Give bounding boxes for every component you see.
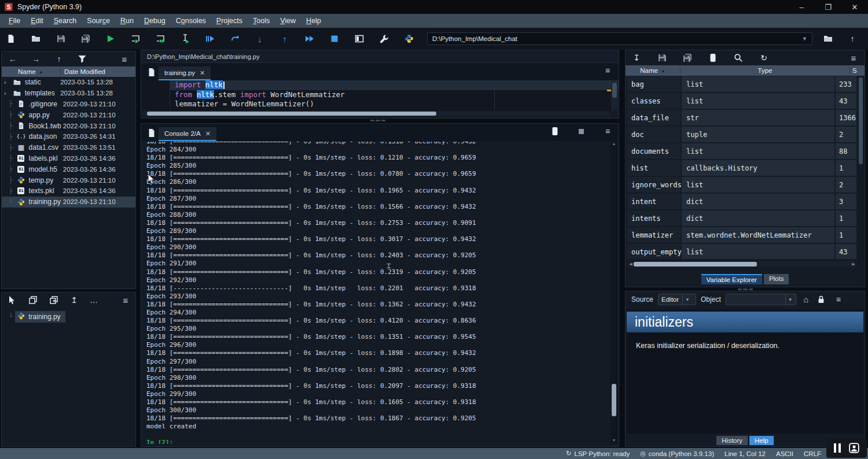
browse-directory-icon[interactable] (823, 34, 833, 44)
file-row-templates[interactable]: ›templates2023-03-15 13:28 (2, 88, 135, 99)
save-data-icon[interactable] (657, 53, 667, 63)
code-editor[interactable]: 1import nltk2from nltk.stem import WordN… (141, 80, 619, 110)
variable-row-documents[interactable]: documentslist88 (627, 143, 856, 159)
refresh-icon[interactable]: ↻ (759, 53, 769, 63)
file-row-app-py[interactable]: ├app.py2022-09-13 21:10 (2, 109, 135, 120)
variables-vertical-scrollbar[interactable] (858, 76, 864, 259)
editor-vertical-scrollbar[interactable] (611, 82, 618, 110)
menu-search[interactable]: Search (49, 14, 82, 28)
maximize-pane-icon[interactable] (354, 34, 365, 44)
debug-file-icon[interactable] (205, 34, 215, 44)
menu-view[interactable]: View (275, 14, 301, 28)
file-row-temp-py[interactable]: ├temp.py2022-09-13 21:10 (2, 175, 135, 186)
chevron-down-icon[interactable]: ▼ (802, 36, 807, 42)
parent-directory-icon[interactable]: ↑ (847, 34, 858, 44)
run-cell-icon[interactable] (130, 34, 141, 44)
splitter-handle[interactable] (370, 120, 385, 121)
object-combobox[interactable]: ▼ (726, 294, 796, 305)
menu-run[interactable]: Run (115, 14, 139, 28)
minimize-button[interactable]: – (788, 0, 815, 14)
home-icon[interactable]: ⌂ (801, 294, 811, 305)
file-row--gitignore[interactable]: ├.gitignore2022-09-13 21:10 (2, 99, 135, 110)
more-options-icon[interactable]: … (90, 295, 98, 305)
console-output[interactable]: 18/18 [==============================] -… (142, 142, 609, 444)
go-to-cursor-icon[interactable] (8, 295, 17, 305)
menu-file[interactable]: File (3, 14, 25, 28)
save-all-icon[interactable] (80, 34, 91, 44)
source-select[interactable]: Editor▼ (658, 294, 696, 305)
column-header-name[interactable]: Name ▲ (2, 68, 60, 75)
code-line-2[interactable]: 2from nltk.stem import WordNetLemmatizer (170, 90, 619, 100)
options-menu-icon[interactable]: ≡ (602, 126, 613, 136)
person-icon[interactable] (849, 443, 859, 453)
search-icon[interactable] (733, 53, 744, 63)
new-file-icon[interactable] (6, 34, 16, 44)
save-icon[interactable] (56, 34, 66, 44)
file-row-book1-twb[interactable]: ├Book1.twb2022-09-13 21:10 (2, 120, 135, 131)
run-icon[interactable] (105, 34, 116, 44)
stop-icon[interactable] (579, 129, 584, 134)
parent-folder-icon[interactable]: ↑ (54, 54, 64, 64)
variable-row-lemmatizer[interactable]: lemmatizerstem.wordnet.WordNetLemmatizer… (627, 227, 856, 243)
expand-sections-icon[interactable] (49, 295, 58, 305)
code-line-1[interactable]: 1import nltk (170, 80, 619, 90)
variable-row-data_file[interactable]: data_filestr1366 (627, 110, 856, 125)
import-data-icon[interactable]: ↧ (631, 53, 642, 63)
editor-horizontal-scrollbar[interactable] (142, 111, 609, 116)
menu-tools[interactable]: Tools (248, 14, 275, 28)
menu-projects[interactable]: Projects (211, 14, 248, 28)
back-icon[interactable]: ← (8, 54, 18, 64)
variable-row-intent[interactable]: intentdict3 (627, 194, 856, 209)
code-line-3[interactable]: 3lemmatizer = WordNetLemmatizer() (170, 99, 619, 109)
expand-chevron-icon[interactable]: › (4, 90, 12, 97)
close-tab-icon[interactable]: ✕ (205, 130, 211, 138)
file-row-data1-csv[interactable]: ├▦data1.csv2023-03-26 13:51 (2, 142, 135, 153)
browse-tabs-icon[interactable] (145, 65, 159, 79)
continue-execution-icon[interactable] (230, 34, 240, 44)
tab-history[interactable]: History (716, 436, 748, 445)
interrupt-kernel-icon[interactable] (550, 126, 560, 136)
outline-item[interactable]: └ training.py (9, 311, 135, 323)
column-header-date-modified[interactable]: Date Modified (60, 68, 135, 75)
tab-help[interactable]: Help (749, 436, 774, 445)
menu-source[interactable]: Source (82, 14, 115, 28)
tab-variable-explorer[interactable]: Variable Explorer (701, 274, 762, 284)
python-env-icon[interactable] (404, 34, 414, 44)
variable-row-hist[interactable]: histcallbacks.History1 (627, 160, 856, 176)
collapse-sections-icon[interactable] (28, 295, 38, 305)
variable-row-output_empty[interactable]: output_emptylist43 (627, 244, 856, 259)
variable-row-intents[interactable]: intentsdict1 (627, 210, 856, 226)
stop-icon[interactable] (329, 34, 340, 44)
close-button[interactable]: ✕ (841, 0, 868, 14)
file-row-static[interactable]: ›static2023-03-15 13:28 (2, 77, 135, 88)
variable-row-classes[interactable]: classeslist43 (627, 93, 856, 109)
file-row-texts-pkl[interactable]: ├01texts.pkl2023-03-26 14:36 (2, 186, 135, 197)
expand-chevron-icon[interactable]: › (4, 79, 12, 86)
options-menu-icon[interactable]: ≡ (833, 294, 844, 305)
browse-tabs-icon[interactable] (145, 126, 159, 140)
menu-debug[interactable]: Debug (139, 14, 171, 28)
menu-edit[interactable]: Edit (25, 14, 49, 28)
menu-help[interactable]: Help (301, 14, 326, 28)
close-tab-icon[interactable]: ✕ (200, 69, 205, 77)
splitter-handle[interactable] (738, 288, 753, 290)
remove-variables-icon[interactable] (708, 53, 718, 63)
fast-forward-icon[interactable] (304, 34, 315, 44)
working-directory-input[interactable]: D:\Python_Imp\Medical_chat ▼ (427, 32, 812, 45)
variable-row-ignore_words[interactable]: ignore_wordslist2 (627, 177, 856, 193)
tab-training-py[interactable]: training.py ✕ (159, 66, 211, 80)
follow-cursor-icon[interactable]: ↥ (70, 295, 78, 305)
options-menu-icon[interactable]: ≡ (848, 53, 859, 63)
options-menu-icon[interactable]: ≡ (602, 65, 613, 76)
column-header-size[interactable]: S (849, 67, 865, 74)
file-row-model-h5[interactable]: ├01model.h52023-03-26 14:36 (2, 164, 135, 175)
options-menu-icon[interactable]: ≡ (122, 295, 130, 305)
file-row-labels-pkl[interactable]: ├01labels.pkl2023-03-26 14:36 (2, 153, 135, 164)
save-data-as-icon[interactable] (682, 53, 693, 63)
pause-icon[interactable] (834, 443, 841, 453)
console-vertical-scrollbar[interactable]: ▲ ▼ (610, 142, 617, 444)
menu-consoles[interactable]: Consoles (171, 14, 211, 28)
column-header-type[interactable]: Type (681, 67, 849, 74)
file-row-training-py[interactable]: └training.py2022-09-13 21:10 (2, 197, 135, 208)
variable-row-doc[interactable]: doctuple2 (627, 127, 856, 142)
